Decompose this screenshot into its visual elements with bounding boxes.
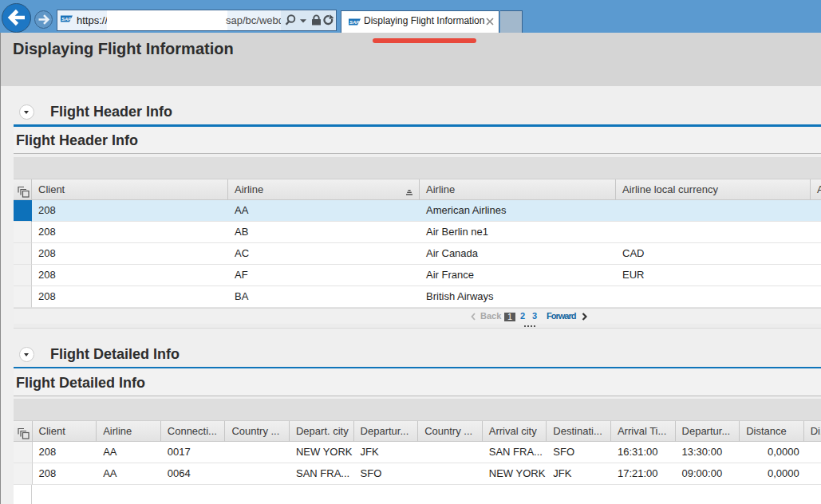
- svg-text:SAP: SAP: [61, 17, 72, 22]
- svg-text:SAP: SAP: [349, 20, 360, 25]
